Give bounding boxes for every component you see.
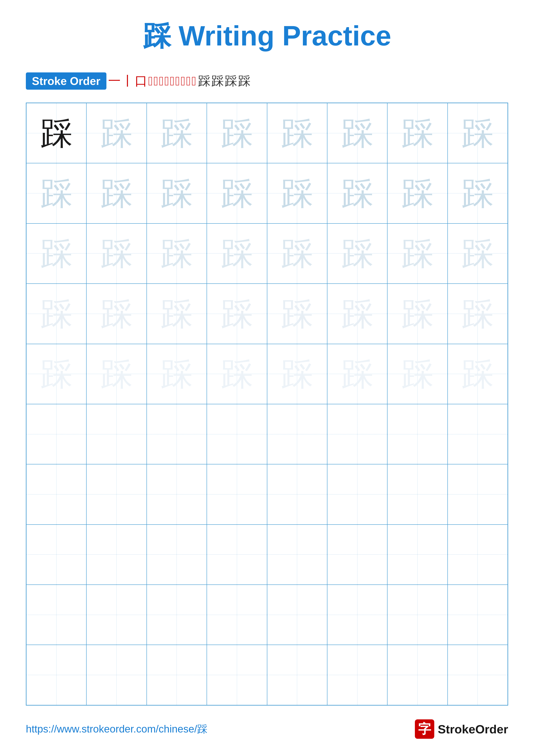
grid-cell[interactable] [207, 464, 267, 524]
practice-char: 踩 [221, 117, 253, 149]
grid-cell[interactable] [147, 525, 207, 585]
practice-char: 踩 [461, 298, 494, 330]
grid-cell[interactable] [147, 645, 207, 705]
practice-char: 踩 [461, 237, 494, 270]
grid-cell[interactable] [207, 645, 267, 705]
grid-cell[interactable] [147, 464, 207, 524]
grid-cell[interactable]: 踩 [207, 284, 267, 344]
stroke-char-12: 𠃓 [191, 74, 196, 88]
grid-cell[interactable]: 踩 [327, 103, 387, 163]
grid-cell[interactable]: 踩 [447, 163, 508, 223]
grid-cell[interactable]: 踩 [447, 344, 508, 404]
grid-cell[interactable]: 踩 [387, 344, 447, 404]
grid-cell[interactable]: 踩 [87, 344, 146, 404]
grid-cell[interactable]: 踩 [447, 284, 508, 344]
grid-cell[interactable] [87, 404, 146, 464]
page-title: 踩 Writing Practice [26, 17, 508, 55]
grid-cell[interactable] [26, 525, 87, 585]
practice-char: 踩 [161, 237, 193, 270]
grid-cell[interactable]: 踩 [387, 103, 447, 163]
grid-cell[interactable] [207, 404, 267, 464]
stroke-char-2: ⼁ [121, 73, 134, 90]
grid-cell[interactable] [26, 464, 87, 524]
grid-cell[interactable]: 踩 [147, 163, 207, 223]
grid-cell[interactable]: 踩 [87, 103, 146, 163]
grid-cell[interactable] [387, 464, 447, 524]
grid-cell[interactable] [327, 585, 387, 645]
grid-cell[interactable] [87, 525, 146, 585]
grid-cell[interactable]: 踩 [87, 224, 146, 284]
grid-cell[interactable]: 踩 [87, 284, 146, 344]
grid-cell[interactable] [447, 525, 508, 585]
grid-cell[interactable] [267, 525, 327, 585]
grid-cell[interactable]: 踩 [447, 103, 508, 163]
grid-cell[interactable] [26, 585, 87, 645]
grid-cell[interactable]: 踩 [327, 344, 387, 404]
grid-cell[interactable]: 踩 [147, 103, 207, 163]
practice-char: 踩 [100, 237, 133, 270]
grid-cell[interactable]: 踩 [26, 224, 87, 284]
grid-cell[interactable]: 踩 [387, 224, 447, 284]
grid-cell[interactable] [267, 645, 327, 705]
grid-cell[interactable]: 踩 [26, 344, 87, 404]
grid-cell[interactable] [327, 464, 387, 524]
grid-cell[interactable]: 踩 [267, 103, 327, 163]
grid-cell[interactable]: 踩 [267, 344, 327, 404]
grid-cell[interactable] [267, 464, 327, 524]
grid-cell[interactable] [327, 404, 387, 464]
grid-cell[interactable]: 踩 [387, 284, 447, 344]
grid-cell[interactable] [207, 585, 267, 645]
footer-logo-text: StrokeOrder [438, 722, 508, 736]
grid-cell[interactable] [147, 585, 207, 645]
grid-cell[interactable] [447, 404, 508, 464]
grid-cell[interactable]: 踩 [327, 284, 387, 344]
grid-cell[interactable]: 踩 [207, 103, 267, 163]
grid-cell[interactable]: 踩 [87, 163, 146, 223]
grid-cell[interactable]: 踩 [207, 224, 267, 284]
grid-cell[interactable] [447, 645, 508, 705]
practice-char: 踩 [401, 117, 434, 149]
grid-cell[interactable] [267, 404, 327, 464]
stroke-sequence: ⼀ ⼁ ⼝ 𠃓 𠃓 𠃓 𠃓 𠃓 𠃓 𠃓 𠃓 𠃓 踩 踩 踩 踩 [108, 73, 250, 90]
stroke-char-15: 踩 [225, 73, 237, 90]
grid-cell[interactable] [387, 645, 447, 705]
grid-cell[interactable] [87, 645, 146, 705]
page: 踩 Writing Practice Stroke Order ⼀ ⼁ ⼝ 𠃓 … [0, 0, 534, 756]
grid-cell[interactable] [447, 464, 508, 524]
grid-cell[interactable] [327, 645, 387, 705]
grid-cell[interactable]: 踩 [26, 103, 87, 163]
grid-cell[interactable]: 踩 [26, 284, 87, 344]
footer-logo-icon: 字 [415, 719, 434, 739]
grid-cell[interactable]: 踩 [267, 163, 327, 223]
grid-cell[interactable] [87, 464, 146, 524]
practice-char: 踩 [161, 358, 193, 390]
grid-cell[interactable]: 踩 [147, 224, 207, 284]
grid-cell[interactable]: 踩 [26, 163, 87, 223]
practice-char: 踩 [281, 117, 313, 149]
grid-cell[interactable] [387, 585, 447, 645]
grid-cell[interactable]: 踩 [327, 224, 387, 284]
grid-cell[interactable] [87, 585, 146, 645]
grid-cell[interactable] [147, 404, 207, 464]
stroke-char-11: 𠃓 [186, 74, 191, 88]
grid-cell[interactable]: 踩 [207, 163, 267, 223]
grid-cell[interactable] [267, 585, 327, 645]
grid-cell[interactable] [207, 525, 267, 585]
grid-cell[interactable]: 踩 [447, 224, 508, 284]
grid-cell[interactable] [327, 525, 387, 585]
grid-cell[interactable]: 踩 [147, 284, 207, 344]
grid-cell[interactable] [26, 404, 87, 464]
grid-cell[interactable]: 踩 [207, 344, 267, 404]
grid-cell[interactable]: 踩 [387, 163, 447, 223]
grid-cell[interactable]: 踩 [267, 224, 327, 284]
grid-cell[interactable]: 踩 [267, 284, 327, 344]
grid-cell[interactable]: 踩 [327, 163, 387, 223]
grid-cell[interactable] [387, 525, 447, 585]
grid-cell[interactable] [387, 404, 447, 464]
practice-char: 踩 [40, 358, 73, 390]
grid-cell[interactable]: 踩 [147, 344, 207, 404]
practice-char: 踩 [221, 177, 253, 209]
stroke-char-6: 𠃓 [159, 74, 164, 88]
grid-cell[interactable] [26, 645, 87, 705]
grid-cell[interactable] [447, 585, 508, 645]
